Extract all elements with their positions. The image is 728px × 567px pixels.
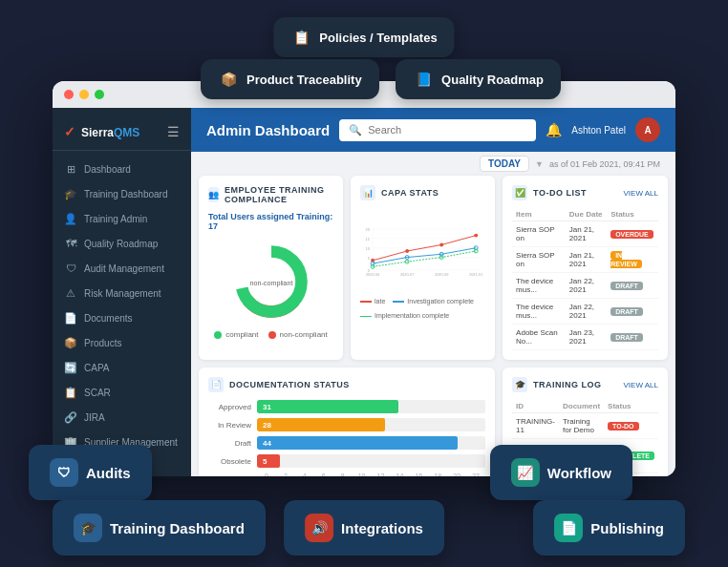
tab-training[interactable]: 🎓 Training Dashboard	[53, 500, 266, 556]
log-status: TO-DO	[604, 413, 658, 439]
hamburger-icon[interactable]: ☰	[167, 124, 180, 139]
todo-status: DRAFT	[607, 299, 658, 325]
todo-due: Jan 21, 2021	[566, 221, 607, 247]
table-row: Adobe Scan No... Jan 23, 2021 DRAFT	[512, 325, 658, 350]
donut-legend: compliant non-compliant	[208, 330, 333, 339]
table-row: Sierra SOP on Jan 21, 2021 OVERDUE	[512, 221, 658, 247]
todo-icon: ✅	[512, 185, 527, 200]
doc-icon: 📄	[208, 377, 224, 392]
tab-publishing[interactable]: 📄 Publishing	[533, 500, 685, 556]
legend-noncompliant: non-compliant	[268, 330, 328, 339]
tab-policies[interactable]: 📋 Policies / Templates	[273, 17, 454, 57]
bar-label: In Review	[208, 421, 251, 430]
employee-training-card: 👥 EMPLOYEE TRAINING COMPLIANCE Total Use…	[199, 176, 343, 360]
training-log-view-all[interactable]: VIEW ALL	[624, 381, 658, 389]
svg-text:5: 5	[368, 256, 371, 261]
audits-icon: 🛡	[50, 458, 78, 487]
bar-value: 31	[263, 403, 271, 411]
sidebar-item-audit[interactable]: 🛡 Audit Management	[53, 256, 191, 281]
sidebar-item-jira[interactable]: 🔗 JIRA	[53, 405, 191, 430]
log-id: TRAINING-11	[512, 413, 559, 439]
sidebar-item-products[interactable]: 📦 Products	[53, 330, 191, 355]
user-name: Ashton Patel	[571, 125, 626, 136]
bar-fill: 44	[257, 436, 458, 450]
svg-point-19	[405, 249, 409, 253]
log-doc: Training for Demo	[559, 413, 604, 439]
sidebar-item-training-dashboard[interactable]: 🎓 Training Dashboard	[53, 181, 191, 206]
capa-legend: late Investigation complete Implementati…	[360, 298, 485, 319]
sidebar-item-risk[interactable]: ⚠ Risk Management	[53, 281, 191, 305]
sidebar-item-quality-roadmap[interactable]: 🗺 Quality Roadmap	[53, 231, 191, 256]
product-icon: 📦	[218, 69, 239, 90]
dashboard-icon: ⊞	[64, 162, 77, 176]
todo-item: The device mus...	[512, 299, 566, 325]
search-input[interactable]	[368, 124, 526, 136]
x-axis-label: 22	[466, 472, 485, 476]
todo-status: OVERDUE	[607, 221, 658, 247]
policies-icon: 📋	[290, 27, 311, 48]
tab-quality[interactable]: 📘 Quality Roadmap	[396, 59, 561, 99]
today-badge[interactable]: TODAY	[480, 156, 529, 172]
bar-row: Draft 44	[208, 436, 485, 450]
x-axis-label: 6	[314, 472, 333, 476]
quality-icon: 📘	[413, 69, 434, 90]
todo-due: Jan 22, 2021	[566, 299, 607, 325]
sidebar: ✓ SierraQMS ☰ ⊞ Dashboard 🎓 Training Das…	[53, 108, 191, 476]
todo-view-all[interactable]: VIEW ALL	[624, 189, 658, 198]
training-log-icon: 🎓	[512, 377, 527, 392]
logo-text: SierraQMS	[81, 123, 139, 140]
sidebar-item-capa[interactable]: 🔄 CAPA	[53, 355, 191, 380]
browser-window: ✓ SierraQMS ☰ ⊞ Dashboard 🎓 Training Das…	[53, 81, 675, 476]
todo-title: TO-DO LIST	[533, 188, 587, 198]
sidebar-item-documents[interactable]: 📄 Documents	[53, 305, 191, 330]
table-row: The device mus... Jan 22, 2021 DRAFT	[512, 273, 658, 299]
todo-item: Sierra SOP on	[512, 247, 566, 273]
todo-status: DRAFT	[607, 325, 658, 350]
svg-text:2020-04: 2020-04	[366, 272, 380, 277]
tab-integrations[interactable]: 🔊 Integrations	[284, 500, 444, 556]
maximize-button[interactable]	[95, 90, 104, 99]
tab-workflow[interactable]: 📈 Workflow	[490, 445, 632, 500]
legend-investigation: Investigation complete	[393, 298, 474, 304]
doc-title: DOCUMENTATION STATUS	[229, 380, 350, 389]
logo-checkmark: ✓	[64, 124, 75, 139]
x-axis-label: 0	[257, 472, 276, 476]
tab-product[interactable]: 📦 Product Traceablity	[201, 59, 379, 99]
capa-header: 📊 CAPA STATS	[360, 185, 485, 200]
training-log-title: TRAINING LOG	[533, 380, 602, 389]
sidebar-item-dashboard[interactable]: ⊞ Dashboard	[53, 157, 191, 181]
x-axis-label: 14	[390, 472, 409, 476]
todo-table: Item Due Date Status Sierra SOP on Jan 2…	[512, 208, 658, 350]
quality-roadmap-icon: 🗺	[64, 237, 77, 250]
training-card-title: EMPLOYEE TRAINING COMPLIANCE	[225, 185, 333, 204]
notification-icon[interactable]: 🔔	[546, 122, 562, 137]
doc-x-axis: 0246810121416182022	[257, 472, 485, 476]
todo-status: DRAFT	[607, 273, 658, 299]
app-layout: ✓ SierraQMS ☰ ⊞ Dashboard 🎓 Training Das…	[53, 108, 675, 476]
bar-value: 28	[263, 421, 271, 430]
bar-fill: 28	[257, 418, 385, 431]
publishing-icon: 📄	[554, 514, 583, 542]
todo-col-due: Due Date	[566, 208, 607, 221]
bar-row: Approved 31	[208, 400, 485, 413]
bar-track: 28	[257, 418, 485, 431]
table-row: TRAINING-11 Training for Demo TO-DO	[512, 413, 658, 439]
training-admin-icon: 👤	[64, 212, 77, 225]
bar-track: 31	[257, 400, 485, 413]
tab-audits[interactable]: 🛡 Audits	[29, 445, 152, 500]
bar-track: 5	[257, 454, 485, 468]
minimize-button[interactable]	[79, 90, 89, 99]
svg-text:2021-01: 2021-01	[469, 272, 482, 277]
sidebar-item-training-admin[interactable]: 👤 Training Admin	[53, 206, 191, 231]
training-dashboard-icon: 🎓	[64, 187, 77, 200]
close-button[interactable]	[64, 90, 74, 99]
svg-text:20: 20	[366, 227, 371, 232]
training-card-icon: 👥	[208, 187, 219, 202]
capa-icon: 🔄	[64, 361, 77, 374]
bar-value: 5	[263, 457, 267, 466]
avatar: A	[635, 117, 660, 142]
sidebar-item-scar[interactable]: 📋 SCAR	[53, 380, 191, 405]
bar-track: 44	[257, 436, 485, 450]
x-axis-label: 8	[333, 472, 353, 476]
page-title: Admin Dashboard	[206, 122, 330, 138]
